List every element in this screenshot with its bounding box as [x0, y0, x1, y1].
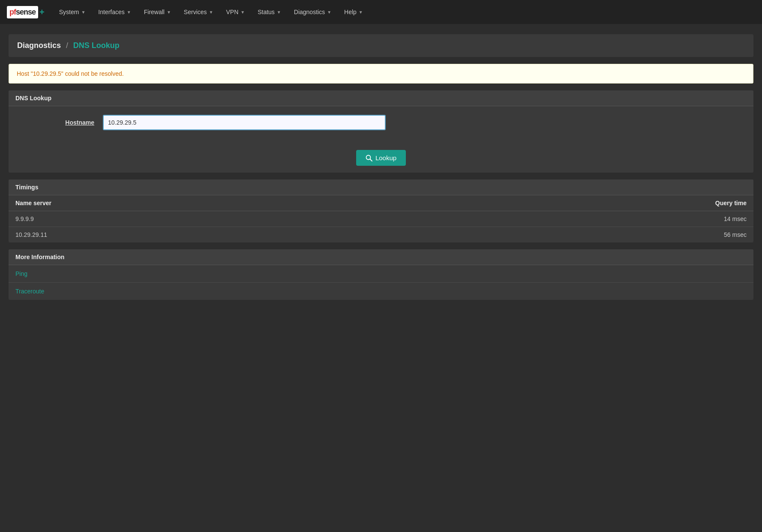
- breadcrumb-parent: Diagnostics: [17, 41, 61, 50]
- brand-logo[interactable]: pfsense +: [7, 6, 45, 18]
- lookup-button[interactable]: Lookup: [356, 150, 406, 166]
- table-row: 9.9.9.9 14 msec: [9, 211, 753, 227]
- nav-item-interfaces[interactable]: Interfaces ▼: [92, 5, 137, 19]
- nav-item-vpn[interactable]: VPN ▼: [220, 5, 251, 19]
- alert-message: Host "10.29.29.5" could not be resolved.: [17, 70, 124, 77]
- hostname-label: Hostname: [17, 119, 103, 126]
- querytime-cell: 56 msec: [399, 227, 753, 243]
- table-row: 10.29.29.11 56 msec: [9, 227, 753, 243]
- more-info-panel: More Information PingTraceroute: [9, 249, 753, 300]
- nav-item-system[interactable]: System ▼: [53, 5, 92, 19]
- nav-label-services: Services: [184, 9, 207, 15]
- more-info-link[interactable]: Ping: [9, 265, 753, 283]
- chevron-down-icon: ▼: [127, 10, 131, 15]
- col-querytime: Query time: [399, 195, 753, 211]
- nav-label-system: System: [59, 9, 79, 15]
- nav-label-interfaces: Interfaces: [98, 9, 124, 15]
- timings-panel: Timings Name server Query time 9.9.9.9 1…: [9, 179, 753, 242]
- search-icon: [366, 155, 372, 161]
- navbar: pfsense + System ▼ Interfaces ▼ Firewall…: [0, 0, 762, 24]
- more-info-link[interactable]: Traceroute: [9, 283, 753, 300]
- chevron-down-icon: ▼: [277, 10, 281, 15]
- col-nameserver: Name server: [9, 195, 399, 211]
- breadcrumb: Diagnostics / DNS Lookup: [9, 34, 753, 57]
- dns-lookup-panel: DNS Lookup Hostname Lookup: [9, 90, 753, 173]
- more-info-links: PingTraceroute: [9, 265, 753, 300]
- dns-lookup-panel-title: DNS Lookup: [9, 90, 753, 106]
- svg-line-1: [370, 159, 372, 161]
- timings-table-header-row: Name server Query time: [9, 195, 753, 211]
- nameserver-cell: 9.9.9.9: [9, 211, 399, 227]
- nav-item-help[interactable]: Help ▼: [338, 5, 369, 19]
- nav-label-diagnostics: Diagnostics: [294, 9, 325, 15]
- nav-item-services[interactable]: Services ▼: [178, 5, 219, 19]
- hostname-row: Hostname: [17, 115, 745, 130]
- logo-text: pfsense: [7, 6, 38, 18]
- nav-label-firewall: Firewall: [144, 9, 165, 15]
- hostname-input[interactable]: [103, 115, 386, 130]
- nav-item-status[interactable]: Status ▼: [252, 5, 287, 19]
- nav-item-diagnostics[interactable]: Diagnostics ▼: [288, 5, 337, 19]
- chevron-down-icon: ▼: [209, 10, 213, 15]
- nav-label-vpn: VPN: [226, 9, 238, 15]
- nav-label-help: Help: [344, 9, 357, 15]
- chevron-down-icon: ▼: [167, 10, 171, 15]
- more-info-panel-title: More Information: [9, 249, 753, 265]
- nav-label-status: Status: [258, 9, 275, 15]
- nav-item-firewall[interactable]: Firewall ▼: [138, 5, 177, 19]
- chevron-down-icon: ▼: [81, 10, 85, 15]
- dns-lookup-panel-body: Hostname: [9, 106, 753, 146]
- timings-table: Name server Query time 9.9.9.9 14 msec 1…: [9, 195, 753, 242]
- breadcrumb-current: DNS Lookup: [73, 41, 120, 50]
- chevron-down-icon: ▼: [240, 10, 245, 15]
- nameserver-cell: 10.29.29.11: [9, 227, 399, 243]
- alert-warning: Host "10.29.29.5" could not be resolved.: [9, 64, 753, 84]
- page-content: Diagnostics / DNS Lookup Host "10.29.29.…: [0, 24, 762, 317]
- lookup-button-row: Lookup: [9, 146, 753, 173]
- logo-plus: +: [39, 7, 45, 17]
- chevron-down-icon: ▼: [327, 10, 331, 15]
- chevron-down-icon: ▼: [359, 10, 363, 15]
- lookup-button-label: Lookup: [375, 154, 396, 161]
- nav-menu: System ▼ Interfaces ▼ Firewall ▼ Service…: [53, 5, 755, 19]
- querytime-cell: 14 msec: [399, 211, 753, 227]
- breadcrumb-separator: /: [66, 41, 68, 50]
- timings-panel-title: Timings: [9, 179, 753, 195]
